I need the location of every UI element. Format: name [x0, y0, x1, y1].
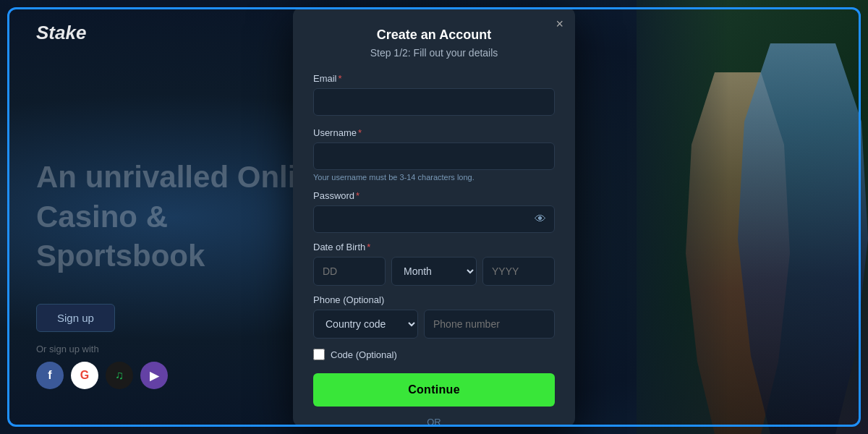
dob-month-select[interactable]: Month January February March April May J…: [391, 257, 477, 286]
username-label: Username*: [313, 127, 555, 138]
dob-required-star: *: [367, 242, 370, 252]
phone-row: Country code: [313, 310, 555, 339]
password-toggle-icon[interactable]: 👁: [535, 213, 546, 226]
modal-close-button[interactable]: ×: [556, 17, 563, 30]
phone-section: Phone (Optional) Country code: [313, 294, 555, 339]
or-divider: OR: [313, 417, 555, 427]
dob-day-input[interactable]: [313, 257, 386, 286]
modal-title: Create an Account: [313, 27, 555, 43]
code-checkbox[interactable]: [313, 349, 325, 360]
password-section: Password* 👁: [313, 190, 555, 233]
dob-year-input[interactable]: [482, 257, 555, 286]
email-label: Email*: [313, 73, 555, 84]
phone-label: Phone (Optional): [313, 294, 555, 305]
dob-section: Date of Birth* Month January February Ma…: [313, 242, 555, 286]
email-required-star: *: [339, 73, 342, 84]
username-input[interactable]: [313, 142, 555, 170]
password-required-star: *: [356, 190, 359, 201]
modal-overlay: × Create an Account Step 1/2: Fill out y…: [0, 0, 868, 434]
continue-button[interactable]: Continue: [313, 373, 555, 407]
password-wrapper: 👁: [313, 205, 555, 233]
email-input[interactable]: [313, 88, 555, 116]
create-account-modal: × Create an Account Step 1/2: Fill out y…: [293, 7, 575, 427]
country-code-select[interactable]: Country code: [313, 310, 418, 339]
username-required-star: *: [358, 127, 362, 138]
phone-number-input[interactable]: [424, 310, 555, 339]
password-input[interactable]: [313, 205, 555, 233]
dob-row: Month January February March April May J…: [313, 257, 555, 286]
modal-subtitle: Step 1/2: Fill out your details: [313, 47, 555, 59]
code-label: Code (Optional): [331, 349, 397, 360]
dob-label: Date of Birth*: [313, 242, 555, 252]
code-section: Code (Optional): [313, 349, 555, 360]
username-section: Username* Your username must be 3-14 cha…: [313, 127, 555, 182]
password-label: Password*: [313, 190, 555, 201]
username-hint: Your username must be 3-14 characters lo…: [313, 173, 555, 182]
email-section: Email*: [313, 73, 555, 124]
